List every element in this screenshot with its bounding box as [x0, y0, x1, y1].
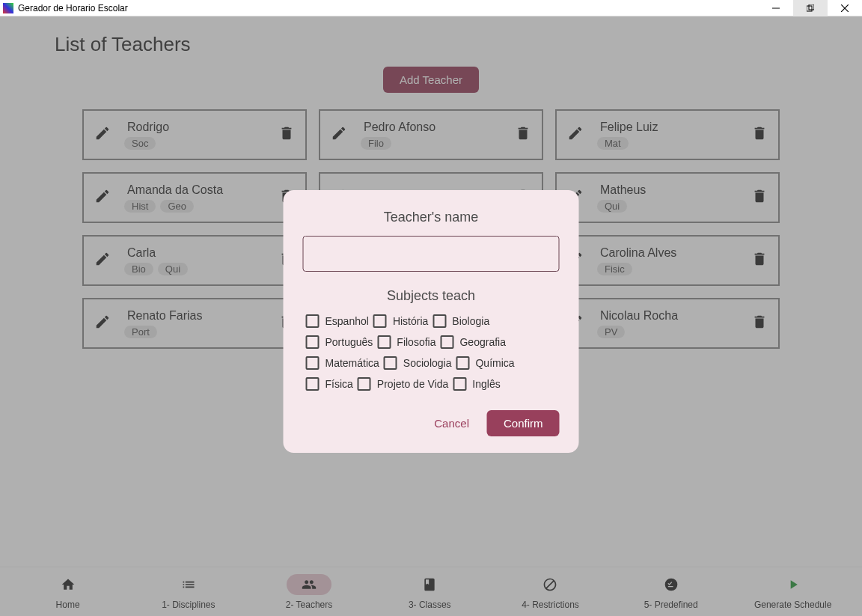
checkbox-icon — [358, 377, 371, 391]
checkbox-icon — [306, 377, 320, 391]
subject-label: Física — [325, 378, 353, 390]
subject-label: Biologia — [452, 315, 489, 327]
checkbox-icon — [432, 314, 446, 328]
subject-checkbox[interactable]: Matemática — [306, 356, 379, 370]
subject-label: Espanhol — [325, 315, 369, 327]
app-icon — [3, 3, 13, 13]
checkbox-icon — [456, 356, 469, 370]
checkbox-icon — [453, 377, 466, 391]
subject-checkbox[interactable]: Projeto de Vida — [358, 377, 448, 391]
subject-label: Química — [475, 357, 514, 369]
subject-label: Geografia — [459, 336, 505, 348]
modal-subjects-label: Subjects teach — [303, 288, 560, 304]
subject-checkbox[interactable]: Inglês — [453, 377, 500, 391]
checkbox-icon — [384, 356, 397, 370]
subject-label: Matemática — [325, 357, 379, 369]
modal-name-label: Teacher's name — [303, 210, 560, 225]
subject-checkbox[interactable]: Física — [306, 377, 353, 391]
subject-checkbox[interactable]: História — [373, 314, 428, 328]
add-teacher-modal: Teacher's name Subjects teach EspanholHi… — [284, 190, 579, 453]
checkbox-icon — [306, 356, 320, 370]
confirm-button[interactable]: Confirm — [487, 410, 560, 436]
checkbox-icon — [373, 314, 387, 328]
subject-checkbox[interactable]: Geografia — [440, 335, 505, 349]
checkbox-icon — [440, 335, 453, 349]
cancel-button[interactable]: Cancel — [427, 411, 477, 436]
subject-label: Sociologia — [403, 357, 452, 369]
subject-checkbox[interactable]: Filosofia — [377, 335, 435, 349]
subject-label: Projeto de Vida — [377, 378, 448, 390]
subject-checkbox[interactable]: Espanhol — [306, 314, 369, 328]
maximize-button[interactable] — [793, 0, 828, 16]
subject-checkbox[interactable]: Química — [456, 356, 514, 370]
close-button[interactable] — [828, 0, 862, 16]
checkbox-icon — [377, 335, 391, 349]
subject-label: Português — [325, 336, 373, 348]
minimize-button[interactable] — [759, 0, 793, 16]
window-title: Gerador de Horario Escolar — [18, 3, 128, 13]
window-titlebar: Gerador de Horario Escolar — [0, 0, 862, 16]
subject-checkbox[interactable]: Biologia — [432, 314, 489, 328]
checkbox-icon — [306, 314, 320, 328]
teacher-name-input[interactable] — [303, 236, 560, 272]
subject-label: Filosofia — [397, 336, 435, 348]
subject-label: História — [393, 315, 428, 327]
subject-label: Inglês — [472, 378, 500, 390]
subject-checkbox[interactable]: Sociologia — [384, 356, 452, 370]
checkbox-icon — [306, 335, 320, 349]
subject-checkbox[interactable]: Português — [306, 335, 373, 349]
